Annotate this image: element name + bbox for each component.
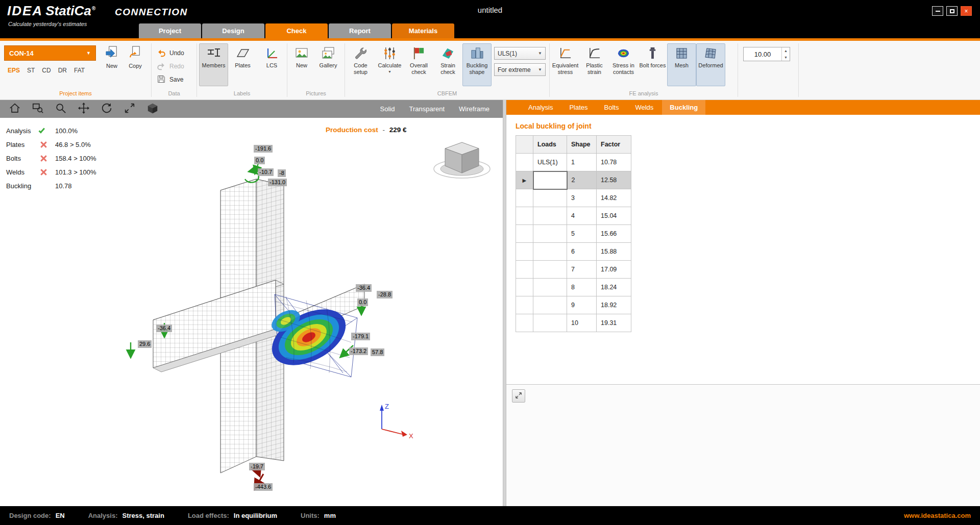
table-row[interactable]: 8 18.24 xyxy=(516,279,631,296)
home-view-button[interactable] xyxy=(7,102,23,116)
shape-column-header[interactable]: Shape xyxy=(567,136,597,154)
cell-factor[interactable]: 18.92 xyxy=(597,296,631,314)
table-row[interactable]: 7 17.09 xyxy=(516,261,631,279)
view-mode-solid[interactable]: Solid xyxy=(380,105,395,113)
viewport-canvas[interactable]: Z X -191.6 0.0 -10.7 -8 -131.0 -36.4 -28… xyxy=(0,118,503,506)
tab-check[interactable]: Check xyxy=(265,23,328,38)
members-toggle[interactable]: Members xyxy=(199,43,228,86)
new-picture-button[interactable]: New xyxy=(288,43,315,86)
equivalent-stress-button[interactable]: Equivalent stress xyxy=(551,43,580,86)
cell-shape[interactable]: 3 xyxy=(567,189,597,207)
bolt-forces-button[interactable]: Bolt forces xyxy=(638,43,667,86)
new-item-button[interactable]: New xyxy=(100,45,124,69)
close-button[interactable]: × xyxy=(961,6,972,16)
deformed-toggle[interactable]: Deformed xyxy=(696,43,725,86)
table-row[interactable]: 5 15.66 xyxy=(516,225,631,243)
website-link[interactable]: www.ideastatica.com xyxy=(904,512,971,519)
rotate-button[interactable] xyxy=(99,102,115,116)
cell-factor[interactable]: 18.24 xyxy=(597,279,631,296)
cell-shape[interactable]: 10 xyxy=(567,314,597,332)
project-item-dropdown[interactable]: CON-14 ▼ xyxy=(4,45,96,61)
tab-plates[interactable]: Plates xyxy=(561,100,595,115)
table-row-selected[interactable]: ▶ 2 12.58 xyxy=(516,171,631,189)
loads-column-header[interactable]: Loads xyxy=(533,136,567,154)
tab-materials[interactable]: Materials xyxy=(392,23,454,38)
result-bolts[interactable]: Bolts 158.4 > 100% xyxy=(6,152,96,165)
redo-button[interactable]: Redo xyxy=(157,61,184,72)
save-button[interactable]: Save xyxy=(157,74,184,85)
tab-design[interactable]: Design xyxy=(202,23,264,38)
code-eps[interactable]: EPS xyxy=(8,67,20,74)
cell-factor[interactable]: 15.04 xyxy=(597,207,631,225)
cell-loads[interactable] xyxy=(533,261,567,279)
tab-welds[interactable]: Welds xyxy=(627,100,661,115)
cell-shape[interactable]: 9 xyxy=(567,296,597,314)
cell-factor[interactable]: 17.09 xyxy=(597,261,631,279)
cell-shape[interactable]: 7 xyxy=(567,261,597,279)
spinner-up-icon[interactable]: ▲ xyxy=(782,47,790,54)
cell-loads[interactable] xyxy=(533,279,567,296)
cell-shape[interactable]: 2 xyxy=(567,171,597,189)
gallery-button[interactable]: Gallery xyxy=(315,43,341,86)
undo-button[interactable]: Undo xyxy=(157,47,184,59)
table-row[interactable]: ULS(1) 1 10.78 xyxy=(516,154,631,171)
tab-buckling[interactable]: Buckling xyxy=(662,100,705,115)
maximize-button[interactable] xyxy=(946,6,958,16)
panel-splitter[interactable] xyxy=(503,100,506,506)
cell-loads[interactable] xyxy=(533,243,567,261)
table-row[interactable]: 10 19.31 xyxy=(516,314,631,332)
table-row[interactable]: 4 15.04 xyxy=(516,207,631,225)
factor-column-header[interactable]: Factor xyxy=(597,136,631,154)
tab-bolts[interactable]: Bolts xyxy=(597,100,627,115)
spinner-down-icon[interactable]: ▼ xyxy=(782,54,790,61)
stress-in-contacts-button[interactable]: Stress in contacts xyxy=(609,43,638,86)
cell-factor[interactable]: 15.66 xyxy=(597,225,631,243)
deformed-scale-value[interactable]: 10.00 xyxy=(744,47,781,61)
cell-loads[interactable] xyxy=(533,189,567,207)
code-setup-button[interactable]: Code setup xyxy=(346,43,375,86)
cell-factor[interactable]: 19.31 xyxy=(597,314,631,332)
minimize-button[interactable] xyxy=(932,6,943,16)
cell-loads[interactable] xyxy=(533,207,567,225)
result-plates[interactable]: Plates 46.8 > 5.0% xyxy=(6,138,96,152)
result-analysis[interactable]: Analysis 100.0% xyxy=(6,124,96,138)
cell-shape[interactable]: 1 xyxy=(567,154,597,171)
overall-check-button[interactable]: Overall check xyxy=(404,43,433,86)
view-mode-wireframe[interactable]: Wireframe xyxy=(459,105,489,113)
cell-loads[interactable] xyxy=(533,225,567,243)
cell-shape[interactable]: 5 xyxy=(567,225,597,243)
load-case-dropdown[interactable]: ULS(1) ▼ xyxy=(494,47,546,60)
cell-loads[interactable] xyxy=(533,314,567,332)
calculate-dropdown-icon[interactable]: ▼ xyxy=(388,70,391,73)
cell-loads[interactable] xyxy=(533,171,567,189)
tab-analysis[interactable]: Analysis xyxy=(521,100,560,115)
plastic-strain-button[interactable]: Plastic strain xyxy=(580,43,609,86)
buckling-shape-toggle[interactable]: Buckling shape xyxy=(462,43,492,86)
table-row[interactable]: 6 15.88 xyxy=(516,243,631,261)
expand-pane-button[interactable] xyxy=(512,389,525,403)
code-fat[interactable]: FAT xyxy=(74,67,85,74)
mesh-toggle[interactable]: Mesh xyxy=(667,43,696,86)
cell-loads[interactable]: ULS(1) xyxy=(533,154,567,171)
pan-button[interactable] xyxy=(76,102,92,116)
lcs-toggle[interactable]: LCS xyxy=(257,43,286,86)
navigation-cube[interactable] xyxy=(434,142,490,178)
code-dr[interactable]: DR xyxy=(58,67,67,74)
plates-toggle[interactable]: Plates xyxy=(228,43,257,86)
copy-item-button[interactable]: Copy xyxy=(124,45,147,69)
cell-factor[interactable]: 14.82 xyxy=(597,189,631,207)
table-row[interactable]: 9 18.92 xyxy=(516,296,631,314)
table-row[interactable]: 3 14.82 xyxy=(516,189,631,207)
cell-shape[interactable]: 6 xyxy=(567,243,597,261)
extreme-dropdown[interactable]: For extreme ▼ xyxy=(494,63,546,76)
zoom-window-button[interactable] xyxy=(30,102,46,116)
cell-factor[interactable]: 15.88 xyxy=(597,243,631,261)
zoom-fit-button[interactable] xyxy=(121,102,138,116)
cell-factor[interactable]: 10.78 xyxy=(597,154,631,171)
result-welds[interactable]: Welds 101.3 > 100% xyxy=(6,165,96,179)
isometric-view-button[interactable] xyxy=(144,102,161,116)
code-st[interactable]: ST xyxy=(27,67,35,74)
cell-shape[interactable]: 8 xyxy=(567,279,597,296)
cell-shape[interactable]: 4 xyxy=(567,207,597,225)
cell-factor[interactable]: 12.58 xyxy=(597,171,631,189)
